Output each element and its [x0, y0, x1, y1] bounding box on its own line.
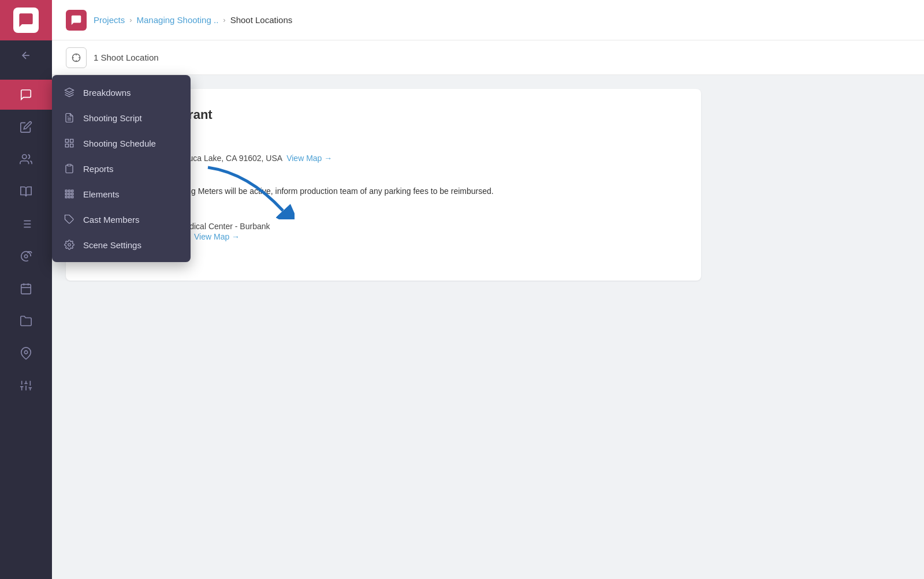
menu-item-scene-settings-label: Scene Settings: [83, 240, 141, 250]
main-content: Projects › Managing Shooting .. › Shoot …: [52, 0, 924, 579]
menu-item-scene-settings[interactable]: Scene Settings: [52, 232, 191, 257]
breadcrumb-logo: [66, 10, 87, 31]
view-map-link[interactable]: View Map →: [286, 154, 332, 163]
breadcrumb-sep-2: ›: [223, 16, 225, 24]
svg-rect-33: [70, 139, 73, 142]
menu-item-reports[interactable]: Reports: [52, 156, 191, 181]
menu-item-breakdowns-label: Breakdowns: [83, 88, 131, 98]
menu-item-shooting-schedule[interactable]: Shooting Schedule: [52, 130, 191, 156]
menu-item-cast-members-label: Cast Members: [83, 215, 140, 225]
edit-icon: [20, 121, 32, 133]
menu-item-shooting-script-label: Shooting Script: [83, 113, 142, 123]
sidebar: [0, 0, 52, 579]
sliders-icon: [20, 379, 32, 392]
svg-marker-29: [65, 88, 74, 93]
svg-rect-37: [65, 190, 67, 192]
map-pin-icon: [20, 347, 32, 360]
camera-icon: [20, 250, 32, 263]
th-icon: [64, 188, 75, 200]
list-icon: [20, 218, 32, 230]
logo-icon: [18, 12, 34, 28]
arrow-left-icon: [20, 50, 32, 61]
nav-item-camera[interactable]: [0, 241, 52, 271]
users-icon: [20, 153, 32, 166]
svg-point-8: [24, 255, 28, 258]
breadcrumb-projects[interactable]: Projects: [94, 15, 125, 25]
sidebar-logo: [0, 0, 52, 40]
menu-item-cast-members[interactable]: Cast Members: [52, 207, 191, 232]
breadcrumb: Projects › Managing Shooting .. › Shoot …: [94, 15, 292, 25]
calendar-icon: [20, 282, 32, 295]
nav-back-button[interactable]: [0, 40, 52, 70]
svg-rect-40: [65, 193, 67, 195]
svg-point-47: [68, 244, 71, 246]
dropdown-menu: Breakdowns Shooting Script Shooting Sche…: [52, 75, 191, 262]
menu-item-elements-label: Elements: [83, 189, 120, 199]
svg-rect-38: [69, 190, 70, 192]
svg-rect-34: [70, 144, 73, 147]
svg-rect-39: [72, 190, 73, 192]
svg-rect-43: [65, 196, 67, 198]
crosshair-icon: [72, 53, 81, 62]
svg-rect-42: [72, 193, 73, 195]
breadcrumb-current: Shoot Locations: [230, 15, 293, 25]
menu-item-reports-label: Reports: [83, 164, 114, 174]
menu-item-shooting-schedule-label: Shooting Schedule: [83, 139, 156, 148]
subtoolbar: 1 Shoot Location: [52, 40, 924, 75]
layers-icon: [64, 87, 75, 98]
clipboard-icon: [64, 163, 75, 174]
nav-item-settings[interactable]: [0, 371, 52, 401]
breadcrumb-project[interactable]: Managing Shooting ..: [137, 15, 219, 25]
svg-rect-9: [21, 285, 31, 294]
nav-item-book[interactable]: [0, 177, 52, 207]
nav-item-messages[interactable]: [0, 80, 52, 110]
menu-item-shooting-script[interactable]: Shooting Script: [52, 105, 191, 130]
sidebar-nav: [0, 75, 52, 401]
crosshair-button[interactable]: [66, 47, 87, 68]
location-count: 1 Shoot Location: [94, 53, 159, 62]
svg-rect-35: [65, 144, 68, 147]
nav-item-folder[interactable]: [0, 306, 52, 336]
svg-point-1: [23, 155, 27, 159]
menu-item-elements[interactable]: Elements: [52, 181, 191, 207]
breadcrumb-sep-1: ›: [129, 16, 132, 24]
nav-item-location[interactable]: [0, 338, 52, 368]
svg-rect-45: [72, 196, 73, 198]
topbar: Projects › Managing Shooting .. › Shoot …: [52, 0, 924, 40]
app-logo: [13, 8, 39, 33]
folder-icon: [20, 315, 32, 327]
book-icon: [20, 185, 32, 198]
nav-item-list[interactable]: [0, 209, 52, 239]
nav-item-edit[interactable]: [0, 112, 52, 142]
grid-icon: [64, 137, 75, 149]
menu-item-breakdowns[interactable]: Breakdowns: [52, 80, 191, 105]
svg-point-13: [24, 350, 28, 354]
breadcrumb-logo-icon: [70, 14, 83, 27]
scene-settings-icon: [64, 239, 75, 251]
svg-rect-32: [65, 139, 68, 142]
file-text-icon: [64, 112, 75, 124]
svg-rect-44: [69, 196, 70, 198]
svg-rect-41: [69, 193, 70, 195]
svg-rect-36: [68, 165, 71, 166]
tag-icon: [64, 214, 75, 225]
nav-item-calendar[interactable]: [0, 274, 52, 304]
nav-item-users[interactable]: [0, 144, 52, 174]
message-icon: [20, 88, 32, 101]
hospital-map-link[interactable]: View Map →: [194, 232, 240, 241]
